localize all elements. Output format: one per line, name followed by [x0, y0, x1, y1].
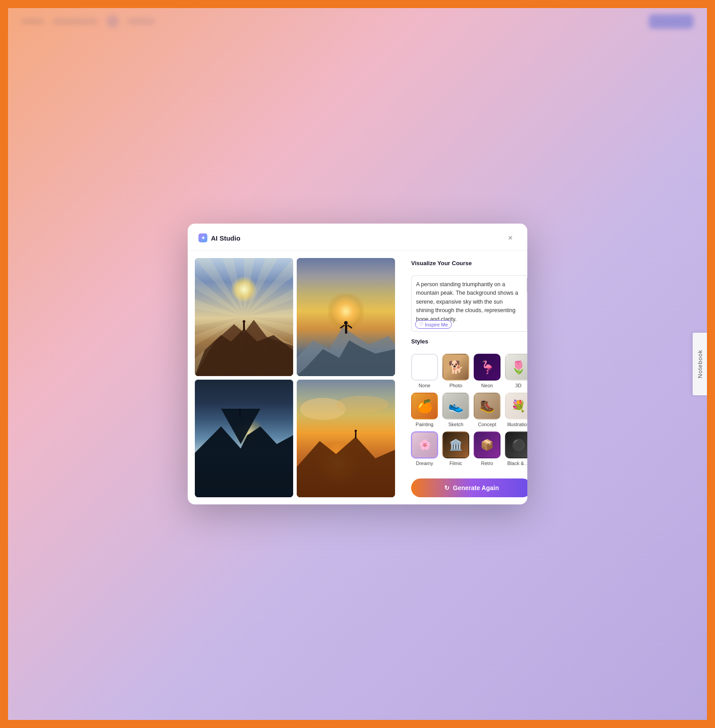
mountain-silhouette-3 — [195, 409, 293, 497]
style-thumb-photo — [442, 354, 469, 381]
style-label-concept: Concept — [478, 422, 496, 427]
scrollbar-track — [526, 277, 527, 330]
style-thumb-sketch — [442, 393, 469, 419]
style-illustration[interactable]: Illustration — [505, 393, 527, 427]
svg-point-7 — [336, 396, 388, 414]
style-thumb-3d — [505, 354, 527, 381]
inspire-me-button[interactable]: ♡ Inspire Me — [415, 320, 452, 329]
style-thumb-neon — [474, 354, 500, 381]
style-painting[interactable]: Painting — [411, 393, 438, 427]
style-3d[interactable]: 3D — [505, 354, 527, 388]
style-thumb-none — [411, 354, 438, 381]
style-label-dreamy: Dreamy — [416, 461, 433, 466]
style-blackwhite[interactable]: Black & ... — [505, 432, 527, 466]
style-photo[interactable]: Photo — [442, 354, 469, 388]
inspire-icon: ♡ — [419, 322, 424, 327]
style-retro[interactable]: Retro — [474, 432, 500, 466]
style-dreamy[interactable]: 🌸 Dreamy — [411, 432, 438, 466]
image-cell-1[interactable] — [195, 258, 293, 376]
svg-marker-1 — [195, 328, 293, 376]
style-thumb-painting — [411, 393, 438, 419]
image-grid — [188, 251, 402, 504]
refresh-icon: ↻ — [444, 484, 450, 491]
person-2 — [344, 321, 348, 334]
cloud-4 — [297, 391, 395, 427]
style-label-blackwhite: Black & ... — [507, 461, 527, 466]
style-thumb-blackwhite — [505, 432, 527, 458]
style-label-neon: Neon — [481, 383, 493, 388]
style-thumb-filmic — [442, 432, 469, 458]
mountain-silhouette-2 — [297, 305, 395, 376]
generate-again-button[interactable]: ↻ Generate Again — [411, 478, 527, 497]
style-sketch[interactable]: Sketch — [442, 393, 469, 427]
style-filmic[interactable]: Filmic — [442, 432, 469, 466]
modal-body: Visualize Your Course ♡ Inspire Me Style… — [188, 251, 527, 504]
style-neon[interactable]: Neon — [474, 354, 500, 388]
style-none[interactable]: None — [411, 354, 438, 388]
style-label-filmic: Filmic — [450, 461, 463, 466]
person-1 — [243, 320, 245, 331]
person-3 — [239, 409, 241, 417]
image-cell-2[interactable] — [297, 258, 395, 376]
style-thumb-retro — [474, 432, 500, 458]
style-concept[interactable]: Concept — [474, 393, 500, 427]
style-thumb-illustration — [505, 393, 527, 419]
style-label-sketch: Sketch — [448, 422, 463, 427]
styles-grid: None Photo Neon 3D — [411, 354, 527, 466]
style-label-none: None — [419, 383, 430, 388]
ai-studio-icon: ✦ — [198, 233, 207, 242]
mountain-silhouette-4 — [297, 432, 395, 497]
close-button[interactable]: × — [504, 232, 517, 244]
style-label-3d: 3D — [515, 383, 522, 388]
visualize-label: Visualize Your Course — [411, 260, 527, 269]
image-cell-3[interactable] — [195, 380, 293, 498]
style-label-painting: Painting — [416, 422, 433, 427]
course-description-area: ♡ Inspire Me — [411, 275, 527, 332]
svg-marker-8 — [297, 437, 395, 497]
modal-title: AI Studio — [211, 234, 240, 242]
modal-title-area: ✦ AI Studio — [198, 233, 240, 242]
modal-header: ✦ AI Studio × — [188, 224, 527, 251]
scrollbar-thumb — [527, 277, 527, 293]
generate-button-label: Generate Again — [453, 484, 499, 491]
styles-label: Styles — [411, 338, 527, 347]
right-panel: Visualize Your Course ♡ Inspire Me Style… — [402, 251, 527, 504]
style-thumb-concept — [474, 393, 500, 419]
style-label-illustration: Illustration — [507, 422, 527, 427]
ai-studio-modal: ✦ AI Studio × — [188, 224, 527, 504]
style-label-retro: Retro — [481, 461, 493, 466]
modal-overlay: ✦ AI Studio × — [0, 0, 715, 728]
image-cell-4[interactable] — [297, 380, 395, 498]
person-4 — [355, 430, 357, 438]
style-thumb-dreamy: 🌸 — [411, 432, 438, 458]
style-label-photo: Photo — [450, 383, 463, 388]
